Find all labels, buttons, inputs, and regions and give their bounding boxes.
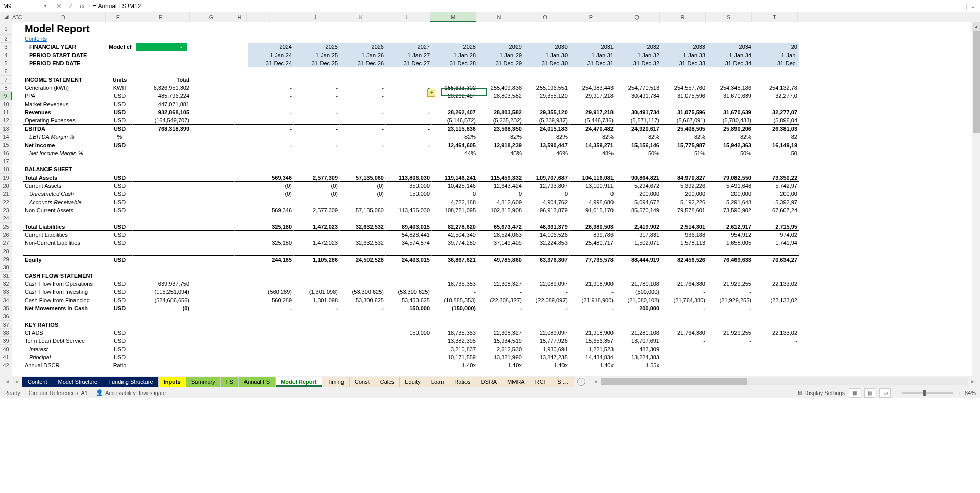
cell[interactable]: 104,116,081 <box>570 174 616 182</box>
cell[interactable]: 31,075,596 <box>662 108 707 116</box>
sheet-tab[interactable]: Equity <box>400 377 426 387</box>
cell[interactable]: 88,444,919 <box>616 255 662 263</box>
cell[interactable] <box>235 165 248 174</box>
cell[interactable] <box>235 337 248 345</box>
cell[interactable]: 54,828,441 <box>386 231 432 239</box>
cell[interactable] <box>707 272 753 280</box>
cell[interactable] <box>248 24 294 33</box>
sheet-tab[interactable]: Ratios <box>449 377 476 387</box>
cell[interactable] <box>16 337 19 345</box>
cell[interactable] <box>16 280 19 288</box>
cell[interactable] <box>524 272 570 280</box>
nav-next-icon[interactable]: ► <box>12 379 22 384</box>
cell[interactable] <box>294 329 340 337</box>
cell[interactable]: (560,289) <box>248 288 294 296</box>
cell[interactable] <box>616 272 662 280</box>
cell[interactable] <box>133 67 191 76</box>
cell[interactable] <box>191 288 235 296</box>
cell[interactable] <box>133 141 191 149</box>
cell[interactable]: 21,780,108 <box>616 280 662 288</box>
cell[interactable]: 2028 <box>432 43 478 51</box>
cell[interactable]: Non-Current Assets <box>23 206 107 214</box>
cell[interactable] <box>524 35 570 43</box>
cell[interactable] <box>133 329 191 337</box>
cell[interactable] <box>16 84 19 92</box>
cell[interactable]: 39,774,280 <box>432 239 478 247</box>
cell[interactable] <box>19 263 23 272</box>
cell[interactable] <box>12 141 16 149</box>
formula-input[interactable] <box>90 2 966 11</box>
cell[interactable] <box>19 345 23 353</box>
row-header[interactable]: 35 <box>0 304 12 312</box>
cell[interactable]: 22,133,02 <box>753 280 799 288</box>
zoom-in-button[interactable]: + <box>958 390 961 396</box>
sheet-tab[interactable]: Loan <box>426 377 449 387</box>
cell[interactable] <box>133 174 191 182</box>
cell[interactable]: 18,735,353 <box>432 329 478 337</box>
cell[interactable]: - <box>340 84 386 92</box>
cell[interactable]: 21,764,380 <box>662 329 707 337</box>
cell[interactable] <box>386 263 432 272</box>
cell[interactable] <box>235 125 248 133</box>
row-header[interactable]: 15 <box>0 141 12 149</box>
cell[interactable]: 31-Dec-32 <box>616 59 662 67</box>
cell[interactable] <box>19 214 23 223</box>
col-header[interactable]: R <box>660 12 706 22</box>
cell[interactable] <box>235 141 248 149</box>
cell[interactable] <box>16 190 19 198</box>
cell[interactable] <box>23 312 107 321</box>
cell[interactable] <box>294 133 340 141</box>
cell[interactable] <box>294 165 340 174</box>
col-header[interactable]: Q <box>614 12 660 22</box>
cell[interactable] <box>340 35 386 43</box>
row-header[interactable]: 11 <box>0 108 12 116</box>
cell[interactable]: 82,278,620 <box>432 223 478 231</box>
cell[interactable] <box>191 198 235 206</box>
display-settings[interactable]: 🖥Display Settings <box>797 390 845 396</box>
cell[interactable]: 82 <box>753 133 799 141</box>
cell[interactable]: 15,156,146 <box>616 141 662 149</box>
cell[interactable] <box>12 223 16 231</box>
view-page-layout-button[interactable]: ▤ <box>864 388 875 398</box>
row-header[interactable]: 3 <box>0 43 12 51</box>
cell[interactable] <box>191 141 235 149</box>
cell[interactable] <box>340 157 386 165</box>
cell[interactable]: 29,917,218 <box>570 92 616 100</box>
cell[interactable] <box>133 321 191 329</box>
cell[interactable] <box>107 165 133 174</box>
cell[interactable] <box>23 67 107 76</box>
cell[interactable] <box>107 24 133 33</box>
cell[interactable]: 28,262,407 <box>432 108 478 116</box>
cell[interactable] <box>16 149 19 157</box>
cell[interactable] <box>19 24 23 33</box>
cell[interactable]: - <box>294 92 340 100</box>
cell[interactable]: 1.40x <box>570 361 616 369</box>
cell[interactable] <box>12 35 16 43</box>
cell[interactable] <box>753 76 799 84</box>
cell[interactable] <box>707 165 753 174</box>
cell[interactable] <box>294 76 340 84</box>
cell[interactable] <box>340 337 386 345</box>
cell[interactable] <box>235 182 248 190</box>
cell[interactable] <box>616 247 662 255</box>
cell[interactable]: 2034 <box>707 43 753 51</box>
cell[interactable] <box>707 157 753 165</box>
cell[interactable]: - <box>340 304 386 312</box>
cell[interactable]: 1.40x <box>524 361 570 369</box>
row-header[interactable]: 31 <box>0 272 12 280</box>
cell[interactable] <box>248 345 294 353</box>
cell[interactable]: 113,806,030 <box>386 174 432 182</box>
cell[interactable] <box>235 108 248 116</box>
cell[interactable] <box>478 157 524 165</box>
cell[interactable]: 5,392,97 <box>753 198 799 206</box>
cell[interactable] <box>16 255 19 263</box>
cell[interactable]: 1-Jan-24 <box>248 51 294 59</box>
row-header[interactable]: 4 <box>0 51 12 59</box>
cell[interactable] <box>294 157 340 165</box>
cell[interactable]: 200,000 <box>662 190 707 198</box>
cell[interactable]: - <box>340 198 386 206</box>
cell[interactable]: 447,071,881 <box>133 100 191 108</box>
cell[interactable] <box>662 214 707 223</box>
cell[interactable]: 4,722,188 <box>432 198 478 206</box>
cell[interactable] <box>386 165 432 174</box>
